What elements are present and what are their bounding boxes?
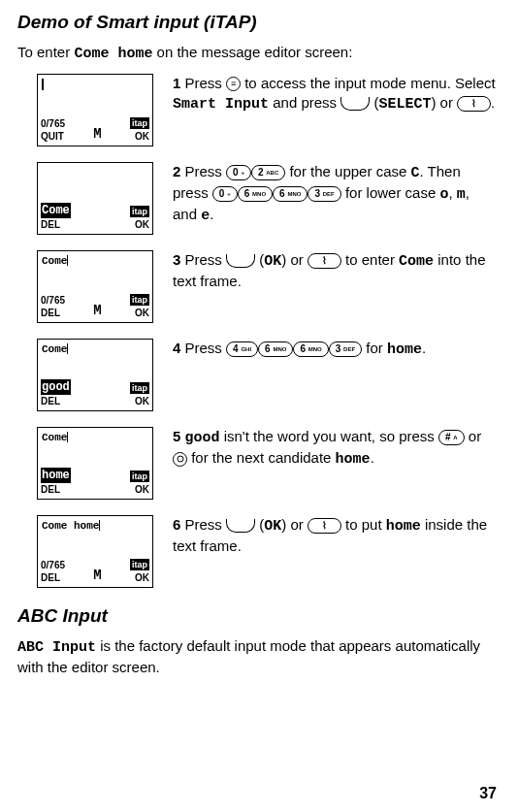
t: . bbox=[210, 206, 213, 222]
screen1-counter: 0/765 bbox=[41, 117, 65, 131]
k: 6 bbox=[265, 343, 271, 354]
k: DEF bbox=[323, 191, 335, 197]
t: ( bbox=[255, 516, 264, 533]
screen6-badge: itap bbox=[130, 559, 149, 570]
t: , bbox=[448, 184, 456, 201]
screen1-badge: itap bbox=[130, 117, 149, 129]
left-softkey-icon bbox=[226, 254, 255, 268]
abc-paragraph: ABC Input is the factory default input m… bbox=[17, 636, 497, 678]
t: . bbox=[491, 94, 495, 111]
intro-after: on the message editor screen: bbox=[152, 44, 352, 60]
t: ) or bbox=[431, 94, 457, 111]
k: 6 bbox=[244, 188, 250, 199]
t: ) or bbox=[281, 251, 308, 268]
step-4-text: 4 Press 4 GHI6 MNO6 MNO3 DEF for home. bbox=[173, 339, 497, 360]
t: . bbox=[371, 449, 374, 466]
c-code: C bbox=[410, 165, 419, 181]
k: 6 bbox=[279, 188, 285, 199]
step-5-text: 5 good isn't the word you want, so press… bbox=[173, 427, 497, 471]
good-code: good bbox=[185, 430, 220, 446]
key-6d: 6 MNO bbox=[293, 341, 328, 357]
screen3-center: M bbox=[93, 302, 101, 320]
screen5-line: Come bbox=[42, 432, 67, 443]
k: 0 bbox=[233, 167, 239, 178]
t: to put bbox=[341, 516, 386, 533]
t: and press bbox=[269, 94, 340, 111]
screen3-right: OK bbox=[130, 307, 149, 320]
step-1-text: 1 Press to access the input mode menu. S… bbox=[173, 74, 497, 115]
screen5-badge: itap bbox=[130, 471, 149, 482]
send-key-icon: ⌇ bbox=[308, 253, 341, 269]
screen-1: 0/765QUIT M itapOK bbox=[37, 74, 153, 146]
screen-4: Come goodDEL itapOK bbox=[37, 339, 153, 411]
screen5-hl: home bbox=[41, 468, 71, 483]
screen2-hl: Come bbox=[41, 203, 71, 218]
k: 6 bbox=[300, 343, 306, 354]
t: Press bbox=[180, 75, 226, 91]
screen1-left: QUIT bbox=[41, 130, 65, 144]
step-3: Come 0/765DEL M itapOK 3 Press (OK) or ⌇… bbox=[17, 250, 497, 323]
send-key-icon: ⌇ bbox=[308, 518, 341, 534]
screen6-right: OK bbox=[130, 571, 149, 585]
screen2-right: OK bbox=[130, 218, 149, 232]
step-1: 0/765QUIT M itapOK 1 Press to access the… bbox=[17, 74, 497, 146]
home-code: home bbox=[336, 451, 371, 468]
key-0b: 0 + bbox=[212, 186, 238, 202]
step-2-text: 2 Press 0 +2 ABC for the upper case C. T… bbox=[173, 162, 497, 227]
m-code: m bbox=[457, 186, 466, 203]
left-softkey-icon bbox=[226, 519, 255, 533]
t: . bbox=[422, 340, 426, 356]
key-0: 0 + bbox=[226, 165, 251, 180]
t: Press bbox=[180, 251, 226, 268]
screen4-badge: itap bbox=[130, 382, 149, 394]
k: 2 bbox=[258, 167, 264, 178]
k: + bbox=[227, 191, 231, 197]
menu-key-icon bbox=[226, 77, 241, 91]
screen3-left: DEL bbox=[41, 307, 65, 320]
select-code: SELECT bbox=[378, 96, 431, 113]
screen-6: Come home 0/765DEL M itapOK bbox=[37, 515, 153, 588]
screen6-line: Come home bbox=[42, 520, 99, 532]
t: Press bbox=[180, 516, 226, 533]
key-6c: 6 MNO bbox=[258, 341, 293, 357]
t: ) or bbox=[281, 516, 308, 533]
section-title-demo: Demo of Smart input (iTAP) bbox=[17, 10, 497, 35]
screen4-right: OK bbox=[130, 395, 149, 408]
section-title-abc: ABC Input bbox=[17, 603, 497, 629]
smart-input-code: Smart Input bbox=[173, 96, 269, 113]
key-3: 3 DEF bbox=[308, 186, 340, 202]
step-4: Come goodDEL itapOK 4 Press 4 GHI6 MNO6 … bbox=[17, 339, 497, 411]
e-code: e bbox=[201, 208, 210, 224]
t: to access the input mode menu. Select bbox=[241, 75, 496, 91]
screen4-hl: good bbox=[41, 379, 71, 395]
send-key-icon: ⌇ bbox=[457, 96, 491, 112]
screen3-badge: itap bbox=[130, 294, 149, 306]
intro-before: To enter bbox=[17, 44, 74, 60]
intro-text: To enter Come home on the message editor… bbox=[17, 43, 497, 64]
key-4: 4 GHI bbox=[226, 341, 258, 357]
k: MNO bbox=[273, 346, 286, 352]
k: # bbox=[445, 432, 451, 442]
k: 3 bbox=[314, 188, 320, 199]
screen2-left: DEL bbox=[41, 218, 71, 232]
t: ( bbox=[255, 251, 264, 268]
t: to enter bbox=[341, 251, 399, 268]
k: GHI bbox=[241, 346, 251, 352]
t: isn't the word you want, so press bbox=[220, 428, 438, 444]
left-softkey-icon bbox=[340, 97, 370, 111]
k: A bbox=[453, 435, 457, 440]
key-6b: 6 MNO bbox=[273, 186, 308, 202]
screen2-badge: itap bbox=[130, 206, 149, 217]
screen3-counter: 0/765 bbox=[41, 294, 65, 308]
screen1-right: OK bbox=[130, 130, 149, 144]
k: MNO bbox=[252, 191, 266, 197]
screen6-counter: 0/765 bbox=[41, 559, 65, 572]
k: MNO bbox=[287, 191, 301, 197]
screen-2: ComeDEL itapOK bbox=[37, 162, 153, 235]
step-2: ComeDEL itapOK 2 Press 0 +2 ABC for the … bbox=[17, 162, 497, 235]
k: 4 bbox=[233, 343, 239, 354]
step-6: Come home 0/765DEL M itapOK 6 Press (OK)… bbox=[17, 515, 497, 588]
screen6-left: DEL bbox=[41, 571, 65, 585]
k: ABC bbox=[266, 170, 278, 176]
t: or bbox=[465, 428, 482, 444]
